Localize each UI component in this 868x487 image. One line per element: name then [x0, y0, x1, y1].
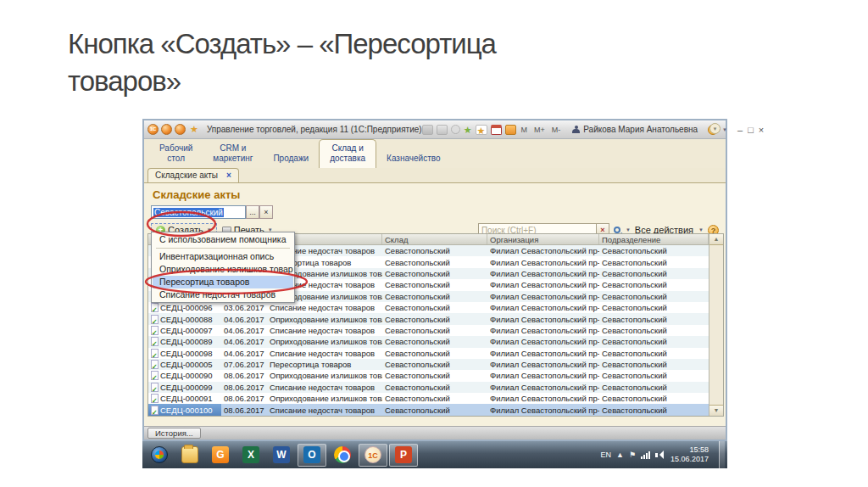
taskbar-pdf-tool-icon[interactable]: G [206, 444, 235, 467]
print-preview-icon[interactable] [451, 125, 460, 134]
taskbar-apps: GXWO1СP [145, 444, 420, 467]
table-row[interactable]: СЕДЦ-00000507.06.2017Пересортица товаров… [148, 359, 723, 370]
scroll-up-icon[interactable]: ▲ [709, 234, 723, 245]
doc-date: 08.06.2017 [221, 393, 267, 404]
column-header[interactable]: Подразделение [599, 234, 709, 244]
taskbar-1c-icon[interactable]: 1С [359, 444, 387, 467]
section-tab[interactable]: CRM и маркетинг [203, 140, 263, 168]
current-user[interactable]: Райкова Мария Анатольевна [572, 125, 698, 134]
menu-item[interactable]: Списание недостач товаров [153, 288, 293, 301]
show-desktop-button[interactable] [719, 441, 725, 468]
add-favorite-icon[interactable]: ★ [464, 125, 472, 135]
doc-type: Оприходование излишков товаров [267, 313, 382, 324]
search-icon[interactable] [614, 227, 620, 233]
close-button[interactable]: × [759, 121, 764, 138]
forward-icon[interactable] [175, 124, 186, 135]
table-row[interactable]: СЕДЦ-00008904.06.2017Оприходование излиш… [148, 336, 723, 347]
doc-organization: Филиал Севастопольский пр-кт, ... [487, 268, 599, 279]
save-icon[interactable] [422, 125, 433, 135]
table-row[interactable]: СЕДЦ-00008804.06.2017Оприходование излиш… [148, 313, 723, 324]
doc-organization: Филиал Севастопольский пр-кт, ... [487, 291, 599, 302]
doc-warehouse: Севастопольский [382, 245, 487, 256]
menu-item[interactable]: Инвентаризационная опись [153, 250, 293, 263]
calculator-icon[interactable] [505, 125, 516, 135]
table-row[interactable]: СЕДЦ-00009108.06.2017Оприходование излиш… [148, 393, 723, 404]
doc-date: 07.06.2017 [221, 359, 267, 370]
table-row[interactable]: СЕДЦ-00009804.06.2017Списание недостач т… [148, 348, 723, 359]
taskbar-explorer-icon[interactable] [175, 444, 204, 467]
volume-icon[interactable] [655, 451, 664, 459]
word-glyph: W [273, 446, 290, 463]
warehouse-filter-input[interactable]: Севастопольский [151, 205, 246, 219]
doc-type: Оприходование излишков товаров [267, 393, 382, 404]
taskbar-chrome-icon[interactable] [328, 444, 357, 467]
section-tab[interactable]: Склад и доставка [319, 139, 376, 168]
doc-division: Севастопольский [599, 325, 709, 336]
vertical-scrollbar[interactable]: ▲ ▼ [709, 234, 723, 416]
section-tab[interactable]: Продажи [263, 150, 319, 168]
minimize-button[interactable]: – [737, 121, 743, 138]
doc-warehouse: Севастопольский [382, 302, 487, 313]
restore-button[interactable]: □ [748, 121, 754, 138]
document-icon [151, 383, 159, 392]
section-tab[interactable]: Казначейство [376, 150, 450, 168]
doc-division: Севастопольский [599, 291, 709, 302]
tray-expand-icon[interactable]: ▲ [616, 451, 624, 459]
app-window: 1С ★ Управление торговлей, редакция 11 (… [142, 119, 727, 441]
doc-division: Севастопольский [599, 268, 709, 279]
menu-item[interactable]: Пересортица товаров [153, 276, 293, 288]
doc-organization: Филиал Севастопольский пр-кт, ... [487, 404, 599, 415]
table-row[interactable]: СЕДЦ-00009008.06.2017Оприходование излиш… [148, 370, 723, 381]
memory-mplus-button[interactable]: M+ [532, 126, 547, 134]
taskbar-outlook-icon[interactable]: O [298, 444, 326, 467]
tab-skladskie-akty[interactable]: Складские акты × [147, 168, 239, 182]
action-center-flag-icon[interactable]: ⚑ [629, 451, 636, 459]
menu-item[interactable]: С использованием помощника [153, 233, 293, 246]
taskbar-powerpoint-icon[interactable]: P [389, 444, 418, 467]
doc-division: Севастопольский [599, 393, 709, 404]
memory-m-button[interactable]: M [520, 126, 530, 134]
history-button[interactable]: История... [147, 428, 201, 439]
taskbar-word-icon[interactable]: W [267, 444, 296, 467]
clock[interactable]: 15:58 15.06.2017 [670, 445, 709, 464]
doc-type: Оприходование излишков товаров [267, 336, 382, 347]
table-row[interactable]: СЕДЦ-00009603.06.2017Списание недостач т… [148, 302, 723, 313]
tray-date: 15.06.2017 [670, 455, 709, 464]
favorites-star-icon[interactable]: ★ [190, 124, 198, 135]
open-favorites-icon[interactable]: ★ [476, 125, 487, 135]
tab-close-icon[interactable]: × [226, 171, 231, 180]
language-indicator[interactable]: EN [600, 451, 611, 459]
doc-number: СЕДЦ-000005 [160, 359, 213, 370]
scroll-down-icon[interactable]: ▼ [709, 405, 723, 416]
windows-taskbar: GXWO1СP EN ▲ ⚑ 15:58 15.06.2017 [142, 441, 727, 468]
doc-number: СЕДЦ-000099 [160, 382, 213, 393]
document-icon [151, 406, 159, 415]
column-header[interactable]: Склад [382, 234, 487, 244]
doc-division: Севастопольский [599, 279, 709, 290]
print-icon[interactable] [437, 125, 448, 135]
tabs-overflow-chevron-icon[interactable]: ▼ [709, 123, 721, 134]
taskbar-excel-icon[interactable]: X [236, 444, 265, 467]
doc-division: Севастопольский [599, 370, 709, 381]
table-row[interactable]: СЕДЦ-00009908.06.2017Списание недостач т… [148, 382, 723, 393]
filter-choose-button[interactable]: ... [246, 205, 259, 219]
taskbar-start-icon[interactable] [145, 444, 174, 467]
doc-date: 03.06.2017 [221, 302, 267, 313]
doc-number-cell: СЕДЦ-000089 [148, 336, 221, 347]
network-icon[interactable] [641, 451, 650, 459]
doc-organization: Филиал Севастопольский пр-кт, ... [487, 382, 599, 393]
document-icon [151, 394, 159, 403]
table-row[interactable]: СЕДЦ-00010008.06.2017Списание недостач т… [148, 404, 723, 415]
menu-item[interactable]: Оприходование излишков товаров [153, 263, 293, 276]
doc-date: 08.06.2017 [221, 370, 267, 381]
excel-glyph: X [242, 446, 259, 463]
section-tab[interactable]: Рабочий стол [149, 140, 203, 168]
filter-clear-button[interactable]: × [259, 205, 273, 219]
memory-mminus-button[interactable]: M- [550, 126, 563, 134]
calendar-icon[interactable] [491, 125, 502, 135]
window-statusbar: История... [144, 426, 726, 439]
doc-organization: Филиал Севастопольский пр-кт, ... [487, 336, 599, 347]
column-header[interactable]: Организация [487, 234, 599, 244]
back-icon[interactable] [161, 124, 172, 135]
table-row[interactable]: СЕДЦ-00009704.06.2017Списание недостач т… [148, 325, 723, 336]
